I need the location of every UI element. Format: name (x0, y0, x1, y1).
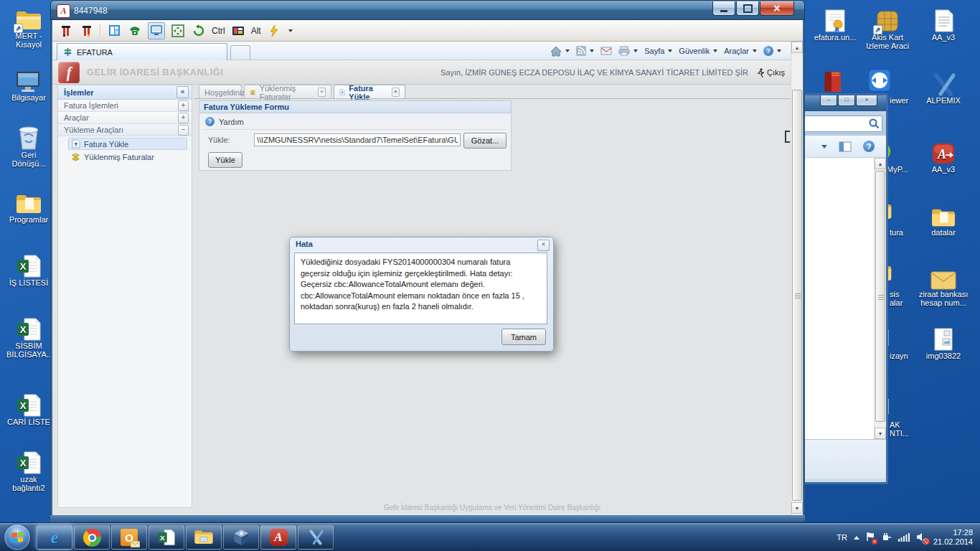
desktop-icon-alpemix[interactable]: ALPEMIX (916, 69, 971, 105)
volume-muted-icon[interactable]: ⃠ (916, 532, 927, 543)
network-icon[interactable] (898, 532, 910, 543)
taskbar-alpemix-viewer-button[interactable] (298, 525, 334, 550)
fullscreen-icon[interactable] (170, 23, 186, 39)
dialog-ok-button[interactable]: Tamam (501, 329, 546, 345)
teamviewer-icon[interactable] (868, 69, 891, 95)
alt-key-label[interactable]: Alt (251, 26, 261, 36)
tray-expand-icon[interactable] (854, 536, 859, 540)
home-button[interactable] (550, 46, 570, 57)
sidebar-header[interactable]: İşlemler « (58, 85, 192, 100)
desktop-icon-img03822[interactable]: img03822 (916, 324, 971, 360)
upload-submit-button[interactable]: Yükle (208, 152, 242, 168)
security-menu[interactable]: Güvenlik (679, 47, 717, 55)
sidebar-section-yukleme-araclari[interactable]: Yükleme Araçları − (58, 124, 192, 136)
desktop-icon-aa-v3-doc[interactable]: AA_v3 (916, 6, 971, 42)
scroll-up-icon[interactable]: ▲ (875, 158, 886, 169)
teamviewer-label[interactable]: iewer (890, 96, 908, 105)
tray-clock[interactable]: 17:28 21.02.2014 (933, 528, 973, 547)
desktop-icon-sisbim[interactable]: X SİSBİM BİLGİSAYA.. (1, 314, 56, 359)
taskbar-ie-button[interactable]: e (37, 525, 72, 550)
desktop-icon-is-listesi[interactable]: X İŞ LİSTESİ (1, 251, 56, 287)
monitor-icon[interactable] (148, 22, 165, 39)
desktop-icon-datalar[interactable]: datalar (916, 201, 971, 237)
desktop-icon-cari-liste[interactable]: X CARİ LİSTE (1, 390, 56, 426)
explorer-scrollbar[interactable]: ▲ ▼ (874, 158, 886, 439)
desktop-icon-aa-v3-red[interactable]: A AA_v3 (916, 138, 971, 174)
chevron-down-icon[interactable] (288, 29, 293, 32)
tools-menu[interactable]: Araçlar (724, 47, 757, 55)
scrollbar-thumb[interactable] (875, 171, 885, 422)
keyboard-icon[interactable] (230, 23, 246, 39)
print-button[interactable] (618, 46, 638, 56)
tab-hosgeldiniz[interactable]: Hoşgeldiniz (199, 85, 242, 99)
language-indicator[interactable]: TR (837, 533, 847, 542)
power-plug-icon[interactable] (882, 532, 892, 543)
help-menu[interactable]: ? (763, 46, 781, 56)
sidebar-item-fatura-yukle[interactable]: Fatura Yükle (68, 138, 187, 150)
collapse-minus-icon[interactable]: − (178, 125, 189, 136)
desktop-icon-mert[interactable]: ↗ MERT - Kısayol (1, 4, 56, 49)
scrollbar-thumb[interactable] (792, 90, 802, 501)
panel-list-icon[interactable] (106, 23, 122, 39)
taskbar-outlook-button[interactable]: O (111, 525, 147, 550)
taskbar-chrome-button[interactable] (74, 525, 110, 550)
taskbar-alpemix-button[interactable]: A (260, 525, 296, 550)
tool-clamp-icon[interactable] (58, 23, 74, 39)
scroll-up-icon[interactable]: ▲ (791, 42, 803, 53)
scroll-down-icon[interactable]: ▼ (875, 428, 886, 439)
dialog-close-icon[interactable]: × (537, 240, 550, 251)
tool-clamp2-icon[interactable] (79, 23, 95, 39)
explorer-maximize-button[interactable]: □ (838, 95, 855, 106)
desktop-icon-ziraat[interactable]: ziraat bankası hesap num... (916, 263, 971, 307)
explorer-close-button[interactable]: × (856, 95, 877, 106)
collapse-panel-icon[interactable]: « (176, 86, 189, 98)
red-book-icon[interactable] (822, 69, 844, 96)
lightning-icon[interactable] (266, 23, 282, 39)
ctrl-key-label[interactable]: Ctrl (212, 26, 225, 36)
browse-button[interactable]: Gözat... (463, 133, 507, 149)
close-tab-icon[interactable]: × (318, 88, 326, 97)
refresh-icon[interactable] (191, 23, 207, 39)
layout-icon[interactable] (839, 141, 852, 152)
minimize-button[interactable] (712, 1, 735, 16)
close-button[interactable]: × (760, 1, 794, 16)
sidebar-item-yuklenmis-faturalar[interactable]: Yüklenmiş Faturalar (68, 151, 187, 162)
upload-path-input[interactable] (254, 133, 461, 146)
folder-sis-label[interactable]: sis alar (890, 290, 903, 307)
read-mail-button[interactable] (600, 47, 612, 55)
help-icon[interactable]: ? (863, 141, 875, 152)
folder-tura-label[interactable]: tura (890, 228, 903, 237)
desktop-icon-geri-donusum[interactable]: Geri Dönüşü... (1, 123, 56, 168)
taskbar-virtualbox-button[interactable] (223, 525, 259, 550)
expand-plus-icon[interactable]: + (178, 113, 189, 123)
logout-link[interactable]: Çıkış (757, 68, 785, 77)
desktop-icon-efatura-cert[interactable]: efatura.un... (808, 6, 862, 42)
desktop-icon-bilgisayar[interactable]: Bilgisayar (1, 66, 56, 102)
start-button[interactable] (4, 524, 30, 550)
desktop-icon-uzak-baglanti[interactable]: X uzak bağlantı2 (1, 448, 56, 492)
help-link[interactable]: ? Yardım (205, 117, 244, 126)
remote-session-window[interactable]: A 8447948 × Ctrl (50, 0, 805, 522)
phone-icon[interactable] (127, 23, 143, 39)
tab-yuklenmis-faturalar[interactable]: Yüklenmiş Faturalar × (244, 85, 331, 99)
new-tab-button[interactable] (230, 45, 250, 60)
browser-tab-efatura[interactable]: EFATURA (57, 43, 227, 60)
browser-scrollbar[interactable]: ▲ ▼ (791, 42, 803, 515)
window-titlebar[interactable]: A 8447948 × (50, 0, 805, 20)
desktop-icon-akis-kart[interactable]: ↗ Akis Kart Izleme Araci (860, 6, 915, 50)
taskbar-excel-button[interactable]: X (149, 525, 184, 550)
chevron-down-icon[interactable] (821, 145, 827, 149)
tab-fatura-yukle[interactable]: Fatura Yükle × (334, 85, 405, 99)
page-menu[interactable]: Sayfa (644, 47, 672, 55)
close-tab-icon[interactable]: × (392, 88, 400, 97)
action-center-icon[interactable]: × (866, 532, 875, 543)
myphoneexplorer-label[interactable]: MyP... (887, 165, 908, 174)
explorer-minimize-button[interactable]: – (820, 95, 837, 106)
desktop-icon-programlar[interactable]: Programlar (1, 188, 56, 224)
sidebar-section-fatura-islemleri[interactable]: Fatura İşlemleri + (58, 100, 192, 112)
file-ak-label[interactable]: AK NTI... (890, 420, 909, 438)
sidebar-section-araclar[interactable]: Araçlar + (58, 112, 192, 124)
feeds-button[interactable] (576, 46, 594, 56)
file-izayn-label[interactable]: izayn (890, 352, 908, 360)
maximize-button[interactable] (736, 1, 759, 16)
